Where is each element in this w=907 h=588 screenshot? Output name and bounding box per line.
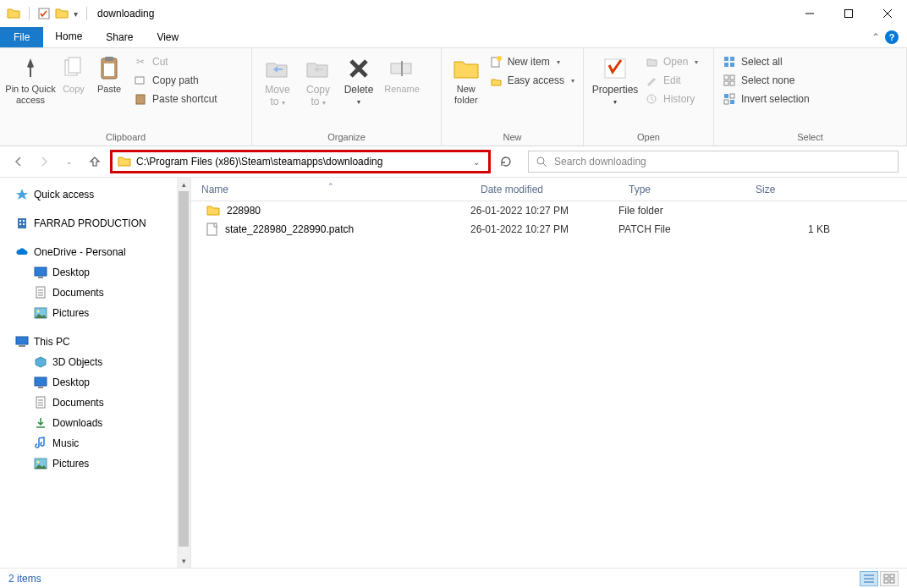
- close-button[interactable]: [868, 0, 907, 27]
- pc-icon: [15, 335, 29, 349]
- back-button[interactable]: [8, 151, 29, 172]
- nav-this-pc[interactable]: This PC: [0, 332, 190, 352]
- svg-rect-1: [845, 10, 853, 18]
- address-input[interactable]: [136, 156, 464, 168]
- qat-dropdown-icon[interactable]: ▾: [74, 9, 78, 19]
- separator: [29, 7, 30, 20]
- nav-onedrive[interactable]: OneDrive - Personal: [0, 242, 190, 262]
- svg-rect-5: [105, 57, 113, 61]
- properties-button[interactable]: Properties▾: [589, 52, 641, 107]
- details-view-button[interactable]: [860, 571, 878, 586]
- column-headers[interactable]: ⌃Name Date modified Type Size: [191, 178, 907, 201]
- nav-pc-documents[interactable]: Documents: [0, 393, 190, 413]
- new-folder-button[interactable]: New folder: [447, 52, 486, 106]
- maximize-button[interactable]: [829, 0, 868, 27]
- nav-farrad[interactable]: FARRAD PRODUCTION: [0, 213, 190, 234]
- nav-pc-music[interactable]: Music: [0, 433, 190, 453]
- file-menu[interactable]: File: [0, 27, 43, 47]
- up-button[interactable]: [85, 151, 105, 172]
- documents-icon: [34, 286, 47, 299]
- table-row[interactable]: 22898026-01-2022 10:27 PMFile folder: [191, 201, 907, 220]
- nav-od-pictures[interactable]: Pictures: [0, 303, 190, 323]
- refresh-button[interactable]: [496, 151, 516, 172]
- search-input[interactable]: [554, 156, 891, 168]
- svg-rect-18: [730, 63, 734, 67]
- col-type[interactable]: Type: [618, 184, 745, 195]
- nav-pc-downloads[interactable]: Downloads: [0, 413, 190, 433]
- nav-od-desktop[interactable]: Desktop: [0, 262, 190, 283]
- select-all-icon: [723, 55, 736, 69]
- copy-button[interactable]: Copy: [56, 52, 91, 95]
- pin-to-quick-access-button[interactable]: Pin to Quick access: [5, 52, 56, 106]
- cloud-icon: [15, 245, 29, 259]
- svg-rect-45: [207, 223, 217, 235]
- tab-view[interactable]: View: [145, 27, 190, 47]
- rename-button[interactable]: Rename: [379, 52, 425, 95]
- help-icon[interactable]: ?: [885, 30, 899, 44]
- group-label: Open: [584, 130, 713, 146]
- move-to-button[interactable]: Move to ▾: [257, 52, 298, 108]
- menubar: File Home Share View ⌃ ?: [0, 27, 907, 48]
- select-all-button[interactable]: Select all: [719, 53, 813, 70]
- star-icon: [15, 188, 29, 201]
- qat-folder-icon[interactable]: [55, 7, 69, 20]
- nav-3d-objects[interactable]: 3D Objects: [0, 352, 190, 372]
- scroll-up-icon[interactable]: ▴: [177, 178, 190, 191]
- collapse-ribbon-icon[interactable]: ⌃: [871, 31, 880, 43]
- address-bar[interactable]: ⌄: [110, 150, 491, 173]
- svg-rect-48: [884, 580, 888, 583]
- svg-rect-39: [19, 345, 25, 347]
- svg-point-12: [497, 56, 502, 61]
- easy-access-button[interactable]: Easy access▾: [486, 72, 578, 89]
- nav-quick-access[interactable]: Quick access: [0, 184, 190, 205]
- invert-selection-button[interactable]: Invert selection: [719, 91, 813, 107]
- col-size[interactable]: Size: [745, 184, 830, 195]
- col-date[interactable]: Date modified: [470, 184, 618, 195]
- forward-button[interactable]: [34, 151, 54, 172]
- delete-button[interactable]: Delete▾: [338, 52, 379, 107]
- tab-home[interactable]: Home: [43, 27, 94, 47]
- select-none-button[interactable]: Select none: [719, 72, 813, 89]
- edit-button[interactable]: Edit: [641, 72, 701, 89]
- history-button[interactable]: History: [641, 91, 701, 107]
- copy-path-button[interactable]: Copy path: [130, 72, 221, 89]
- file-name: 228980: [227, 205, 261, 217]
- scroll-down-icon[interactable]: ▾: [177, 554, 190, 568]
- open-button[interactable]: Open▾: [641, 53, 701, 70]
- cut-button[interactable]: ✂Cut: [130, 53, 221, 70]
- col-name[interactable]: ⌃Name: [191, 184, 470, 195]
- scroll-thumb[interactable]: [179, 191, 189, 547]
- minimize-button[interactable]: [790, 0, 829, 27]
- pictures-icon: [34, 457, 47, 470]
- nav-pc-desktop[interactable]: Desktop: [0, 372, 190, 393]
- large-icons-view-button[interactable]: [880, 571, 899, 586]
- easy-access-icon: [489, 74, 503, 87]
- paste-shortcut-button[interactable]: Paste shortcut: [130, 91, 221, 107]
- search-box[interactable]: [528, 151, 899, 173]
- svg-point-37: [37, 310, 40, 313]
- window-title: downloading: [97, 8, 154, 19]
- address-dropdown-icon[interactable]: ⌄: [470, 157, 483, 167]
- copy-to-button[interactable]: Copy to ▾: [298, 52, 338, 108]
- nav-pc-pictures[interactable]: Pictures: [0, 453, 190, 474]
- nav-od-documents[interactable]: Documents: [0, 283, 190, 303]
- svg-rect-16: [730, 57, 734, 61]
- svg-rect-40: [35, 377, 47, 386]
- qat-check-icon[interactable]: [38, 8, 50, 19]
- svg-rect-38: [16, 337, 28, 344]
- music-icon: [34, 437, 47, 450]
- table-row[interactable]: state_228980_228990.patch26-01-2022 10:2…: [191, 220, 907, 239]
- svg-rect-6: [104, 63, 114, 76]
- scrollbar[interactable]: ▴ ▾: [177, 178, 190, 568]
- invert-icon: [723, 92, 736, 106]
- navigation-pane[interactable]: Quick access FARRAD PRODUCTION OneDrive …: [0, 178, 191, 568]
- paste-button[interactable]: Paste: [91, 52, 127, 95]
- group-new: New folder New item▾ Easy access▾ New: [442, 48, 584, 146]
- file-icon: [206, 223, 218, 236]
- tab-share[interactable]: Share: [94, 27, 145, 47]
- svg-rect-30: [23, 220, 25, 222]
- recent-dropdown[interactable]: ⌄: [59, 151, 80, 172]
- svg-rect-25: [724, 100, 728, 104]
- svg-rect-47: [890, 574, 894, 578]
- new-item-button[interactable]: New item▾: [486, 53, 578, 70]
